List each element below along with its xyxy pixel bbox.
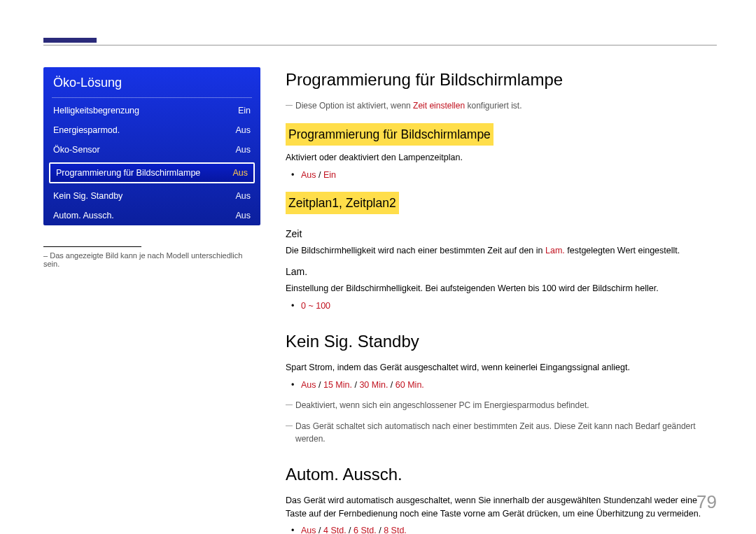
osd-menu-item-label: Kein Sig. Standby — [53, 191, 122, 201]
opts-autom-aussch: Aus / 4 Std. / 6 Std. / 8 Std. — [286, 524, 717, 534]
left-column: Öko-Lösung HelligkeitsbegrenzungEinEnerg… — [43, 67, 260, 503]
footnote-rule — [43, 246, 141, 247]
opts-lam: 0 ~ 100 — [286, 300, 717, 313]
osd-menu-item-value: Aus — [235, 145, 251, 155]
opt-value: Aus — [301, 380, 316, 390]
menu-footnote: Das angezeigte Bild kann je nach Modell … — [43, 251, 260, 268]
opt-value: 30 Min. — [359, 380, 388, 390]
osd-menu-item[interactable]: Programmierung für BildschirmlampeAus — [49, 162, 255, 183]
opt-value: 4 Std. — [323, 526, 346, 534]
osd-menu: Öko-Lösung HelligkeitsbegrenzungEinEnerg… — [43, 67, 260, 225]
section-programmierung: Programmierung für Bildschirmlampe Diese… — [286, 67, 717, 312]
opt-item: 0 ~ 100 — [301, 300, 717, 313]
osd-menu-item-value: Aus — [235, 211, 251, 220]
osd-menu-item-label: Öko-Sensor — [53, 145, 100, 155]
desc-autom-aussch: Das Gerät wird automatisch ausgeschaltet… — [286, 494, 717, 521]
opt-value: 60 Min. — [396, 380, 424, 390]
label-zeit: Zeit — [286, 227, 717, 241]
page-number: 79 — [696, 491, 717, 513]
opt-item: Aus / 15 Min. / 30 Min. / 60 Min. — [301, 379, 717, 392]
section-autom-aussch: Autom. Aussch. Das Gerät wird automatisc… — [286, 462, 717, 534]
opt-value: 0 ~ 100 — [301, 301, 330, 311]
osd-menu-item-value: Aus — [232, 168, 248, 178]
desc-zeit-em: Lam. — [545, 246, 565, 255]
osd-menu-item-label: Helligkeitsbegrenzung — [53, 106, 139, 115]
header-accent — [43, 38, 97, 43]
heading-programmierung: Programmierung für Bildschirmlampe — [286, 67, 717, 92]
osd-menu-item[interactable]: Autom. Aussch.Aus — [43, 206, 260, 225]
opt-item: Aus / Ein — [301, 169, 717, 182]
desc-zeit-post: festgelegten Wert eingestellt. — [565, 246, 680, 255]
osd-menu-item[interactable]: Öko-SensorAus — [43, 140, 260, 160]
section-kein-sig-standby: Kein Sig. Standby Spart Strom, indem das… — [286, 329, 717, 445]
desc-programmierung: Aktiviert oder deaktiviert den Lampenzei… — [286, 151, 717, 164]
osd-menu-item-label: Energiesparmod. — [53, 125, 120, 135]
desc-zeit-pre: Die Bildschirmhelligkeit wird nach einer… — [286, 246, 545, 255]
osd-menu-item[interactable]: Energiesparmod.Aus — [43, 120, 260, 140]
opt-value: Aus — [301, 170, 316, 180]
osd-menu-item-value: Aus — [235, 191, 251, 201]
opt-value: Aus — [301, 526, 316, 534]
note-text-post: konfiguriert ist. — [465, 101, 522, 111]
desc-kein-sig-standby: Spart Strom, indem das Gerät ausgeschalt… — [286, 361, 717, 374]
osd-menu-item[interactable]: HelligkeitsbegrenzungEin — [43, 101, 260, 120]
label-lam: Lam. — [286, 265, 717, 279]
note-standby-2: Das Gerät schaltet sich automatisch nach… — [286, 420, 717, 445]
osd-menu-title: Öko-Lösung — [43, 67, 260, 97]
main-content: Programmierung für Bildschirmlampe Diese… — [286, 67, 717, 503]
header-rule — [43, 45, 717, 45]
opt-value: Ein — [323, 170, 336, 180]
heading-kein-sig-standby: Kein Sig. Standby — [286, 329, 717, 354]
note-standby-1: Deaktiviert, wenn sich ein angeschlossen… — [286, 399, 717, 412]
opts-programmierung: Aus / Ein — [286, 169, 717, 182]
page-body: Öko-Lösung HelligkeitsbegrenzungEinEnerg… — [43, 67, 717, 503]
osd-menu-item-value: Aus — [235, 125, 251, 135]
note-text-pre: Diese Option ist aktiviert, wenn — [295, 101, 413, 111]
note-zeit-einstellen: Diese Option ist aktiviert, wenn Zeit ei… — [286, 99, 717, 112]
osd-menu-item[interactable]: Kein Sig. StandbyAus — [43, 186, 260, 206]
subheading-zeitplan: Zeitplan1, Zeitplan2 — [286, 192, 399, 214]
opt-value: 15 Min. — [323, 380, 352, 390]
opts-kein-sig-standby: Aus / 15 Min. / 30 Min. / 60 Min. — [286, 379, 717, 392]
osd-menu-item-label: Programmierung für Bildschirmlampe — [56, 168, 200, 178]
osd-menu-item-label: Autom. Aussch. — [53, 211, 114, 220]
desc-zeit: Die Bildschirmhelligkeit wird nach einer… — [286, 244, 717, 258]
opt-item: Aus / 4 Std. / 6 Std. / 8 Std. — [301, 524, 717, 534]
opt-value: 6 Std. — [354, 526, 377, 534]
osd-menu-item-value: Ein — [238, 106, 251, 115]
note-text-em: Zeit einstellen — [413, 101, 465, 111]
heading-autom-aussch: Autom. Aussch. — [286, 462, 717, 487]
desc-lam: Einstellung der Bildschirmhelligkeit. Be… — [286, 282, 717, 295]
osd-menu-divider — [52, 97, 252, 98]
opt-value: 8 Std. — [384, 526, 407, 534]
subheading-programmierung: Programmierung für Bildschirmlampe — [286, 123, 493, 146]
